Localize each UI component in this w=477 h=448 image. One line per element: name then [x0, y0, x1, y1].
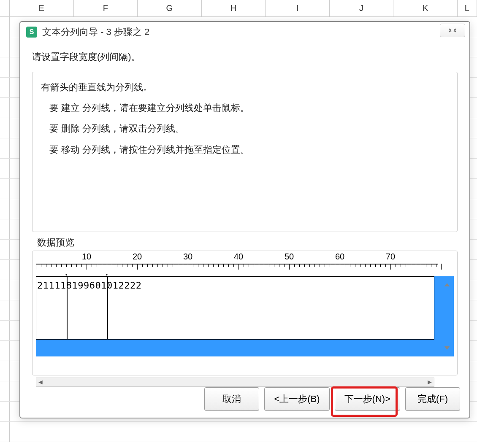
corner-cell: [0, 0, 10, 16]
help-line: 要 删除 分列线，请双击分列线。: [41, 121, 449, 136]
ruler-tick-label: 70: [386, 252, 395, 262]
help-line: 有箭头的垂直线为分列线。: [41, 80, 449, 94]
ruler-tick-label: 20: [133, 252, 142, 262]
ruler-tick-label: 40: [234, 252, 243, 262]
dialog-body: 请设置字段宽度(列间隔)。 有箭头的垂直线为分列线。 要 建立 分列线，请在要建…: [20, 42, 469, 380]
col-header[interactable]: G: [138, 0, 202, 16]
scroll-right-arrow[interactable]: ►: [426, 378, 434, 386]
finish-button[interactable]: 完成(F): [405, 387, 460, 411]
preview-data-wrap: 211118199601012222: [36, 276, 454, 356]
column-break-line[interactable]: [107, 277, 108, 339]
cancel-button[interactable]: 取消: [204, 387, 259, 411]
scroll-left-arrow[interactable]: ◄: [36, 378, 45, 386]
help-line: 要 移动 分列线，请按住分列线并拖至指定位置。: [41, 142, 449, 157]
dialog-title: 文本分列向导 - 3 步骤之 2: [42, 26, 149, 38]
preview-data-text: 211118199601012222: [36, 277, 434, 294]
ruler-tick-label: 10: [82, 252, 91, 262]
column-break-line[interactable]: [67, 277, 68, 339]
close-button[interactable]: [440, 24, 465, 37]
instruction-text: 请设置字段宽度(列间隔)。: [32, 51, 458, 63]
button-row: 取消 <上一步(B) 下一步(N)> 完成(F): [204, 387, 460, 411]
ruler-tick-label: 60: [335, 252, 344, 262]
help-panel: 有箭头的垂直线为分列线。 要 建立 分列线，请在要建立分列线处单击鼠标。 要 删…: [32, 72, 458, 232]
ruler[interactable]: 10203040506070↑↑: [36, 251, 438, 276]
help-line: 要 建立 分列线，请在要建立分列线处单击鼠标。: [41, 100, 449, 115]
preview-section: 数据预览 10203040506070↑↑ 211118199601012222: [32, 236, 458, 375]
scroll-down-arrow[interactable]: [443, 344, 451, 352]
col-header[interactable]: I: [266, 0, 330, 16]
next-button[interactable]: 下一步(N)>: [335, 387, 400, 411]
app-icon: S: [26, 27, 37, 38]
col-header[interactable]: K: [393, 0, 458, 16]
preview-data-area[interactable]: 211118199601012222: [36, 276, 434, 340]
ruler-tick-label: 50: [285, 252, 294, 262]
preview-container: 10203040506070↑↑ 211118199601012222 ◄ ►: [32, 251, 458, 375]
column-headers: E F G H I J K L: [0, 0, 477, 17]
col-header[interactable]: L: [458, 0, 477, 16]
preview-label: 数据预览: [37, 236, 458, 249]
col-header[interactable]: J: [330, 0, 394, 16]
scroll-up-arrow[interactable]: [443, 281, 451, 289]
text-to-columns-dialog: S 文本分列向导 - 3 步骤之 2 请设置字段宽度(列间隔)。 有箭头的垂直线…: [19, 21, 470, 418]
ruler-tick-label: 30: [183, 252, 192, 262]
horizontal-scrollbar[interactable]: ◄ ►: [36, 378, 434, 387]
titlebar: S 文本分列向导 - 3 步骤之 2: [20, 22, 469, 42]
col-header[interactable]: E: [10, 0, 74, 16]
close-icon: [448, 27, 457, 33]
col-header[interactable]: H: [202, 0, 266, 16]
back-button[interactable]: <上一步(B): [264, 387, 329, 411]
col-header[interactable]: F: [74, 0, 138, 16]
